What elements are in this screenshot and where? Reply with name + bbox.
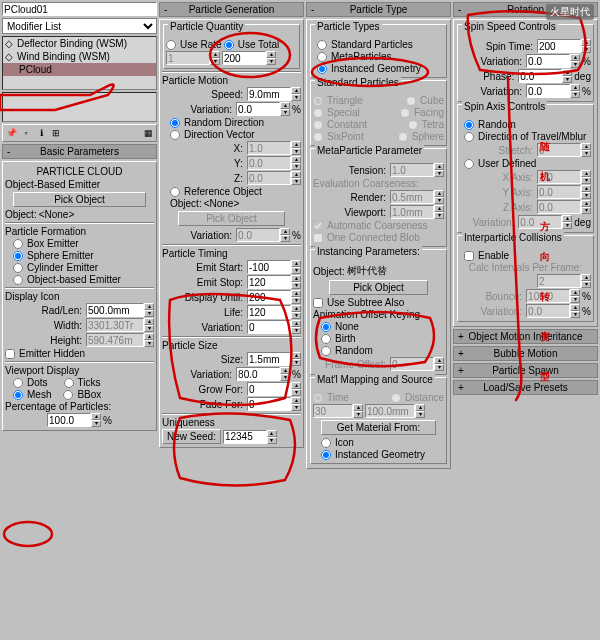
calc-spinner: ▴▾ — [537, 274, 591, 288]
pct-spinner[interactable]: ▴▾ — [47, 413, 101, 427]
types-title: Particle Types — [315, 21, 382, 32]
const-radio — [313, 120, 323, 130]
ref-obj-radio[interactable] — [170, 187, 180, 197]
emitter-hidden-check[interactable] — [5, 349, 15, 359]
std-particles-radio[interactable] — [317, 40, 327, 50]
x-spinner: ▴▾ — [247, 141, 301, 155]
sphere-emitter-radio[interactable] — [13, 251, 23, 261]
bbox-radio[interactable] — [63, 390, 73, 400]
grow-spinner[interactable]: ▴▾ — [247, 382, 301, 396]
stack-item[interactable]: ◇Wind Binding (WSM) — [3, 50, 156, 63]
face-radio — [400, 108, 410, 118]
load-header[interactable]: Load/Save Presets — [453, 380, 598, 395]
size-spinner[interactable]: ▴▾ — [247, 352, 301, 366]
dot-radio[interactable] — [464, 132, 474, 142]
random-axis-radio[interactable] — [464, 120, 474, 130]
i-icon[interactable]: ℹ — [34, 126, 48, 140]
bubble-header[interactable]: Bubble Motion — [453, 346, 598, 361]
use-total-radio[interactable] — [224, 40, 234, 50]
user-def-radio[interactable] — [464, 159, 474, 169]
timing-var-spinner[interactable]: ▴▾ — [247, 320, 301, 334]
viewport-spinner: ▴▾ — [390, 205, 444, 219]
new-seed-button[interactable]: New Seed: — [162, 429, 221, 444]
coll-var-spinner: ▴▾ — [526, 304, 580, 318]
birth-radio[interactable] — [321, 334, 331, 344]
omi-header[interactable]: Object Motion Inheritance — [453, 329, 598, 344]
random-key-radio[interactable] — [321, 346, 331, 356]
ticks-radio[interactable] — [64, 378, 74, 388]
viewport-title: Viewport Display — [5, 365, 154, 376]
config-icon[interactable]: ▦ — [141, 126, 155, 140]
seed-spinner[interactable]: ▴▾ — [223, 430, 277, 444]
frame-spinner: ▴▾ — [390, 357, 444, 371]
cylinder-emitter-radio[interactable] — [13, 263, 23, 273]
coarse-label: Evaluation Coarseness: — [313, 178, 444, 189]
show-icon[interactable]: ▫ — [19, 126, 33, 140]
dist-spinner: ▴▾ — [365, 404, 425, 418]
tri-radio — [313, 96, 323, 106]
size-title: Particle Size — [162, 340, 301, 351]
spin-var-spinner[interactable]: ▴▾ — [526, 54, 580, 68]
emit-start-spinner[interactable]: ▴▾ — [247, 260, 301, 274]
stack-item-selected[interactable]: PCloud — [3, 63, 156, 76]
enable-coll-check[interactable] — [464, 251, 474, 261]
random-dir-radio[interactable] — [170, 118, 180, 128]
subtree-check[interactable] — [313, 298, 323, 308]
spin-time-spinner[interactable]: ▴▾ — [537, 39, 591, 53]
time-radio — [313, 393, 323, 403]
modifier-stack[interactable]: ◇Deflector Binding (WSM) ◇Wind Binding (… — [2, 36, 157, 90]
timing-title: Particle Timing — [162, 248, 301, 259]
particle-type-header[interactable]: Particle Type — [306, 2, 451, 17]
meta-title: MetaParticle Parameter — [315, 145, 424, 156]
sphere-radio — [398, 132, 408, 142]
emit-stop-spinner[interactable]: ▴▾ — [247, 275, 301, 289]
none-radio[interactable] — [321, 322, 331, 332]
std-title: Standard Particles — [315, 77, 401, 88]
width-spinner: ▴▾ — [86, 318, 154, 332]
mat-title: Mat'l Mapping and Source — [315, 374, 435, 385]
phase-var-spinner[interactable]: ▴▾ — [526, 84, 580, 98]
qty-title: Particle Quantity — [168, 21, 245, 32]
pin-icon[interactable]: 📌 — [4, 126, 18, 140]
uniq-title: Uniqueness — [162, 417, 301, 428]
fade-spinner[interactable]: ▴▾ — [247, 397, 301, 411]
radlen-spinner[interactable]: ▴▾ — [86, 303, 154, 317]
rate-spinner: ▴▾ — [166, 51, 220, 65]
mesh-radio[interactable] — [13, 390, 23, 400]
inst-geom-radio[interactable] — [317, 64, 327, 74]
basic-params-header[interactable]: Basic Parameters — [2, 144, 157, 159]
size-var-spinner[interactable]: ▴▾ — [236, 367, 290, 381]
motion-title: Particle Motion — [162, 75, 301, 86]
disp-until-spinner[interactable]: ▴▾ — [247, 290, 301, 304]
speed-spinner[interactable]: ▴▾ — [247, 87, 301, 101]
spin-title: Spin Speed Controls — [462, 21, 558, 32]
xaxis-spinner: ▴▾ — [537, 170, 591, 184]
object-name-field[interactable] — [2, 2, 157, 16]
spawn-header[interactable]: Particle Spawn — [453, 363, 598, 378]
coll-title: Interparticle Collisions — [462, 232, 564, 243]
total-spinner[interactable]: ▴▾ — [222, 51, 276, 65]
box-emitter-radio[interactable] — [13, 239, 23, 249]
pick-object-button[interactable]: Pick Object — [13, 192, 146, 207]
use-rate-radio[interactable] — [166, 40, 176, 50]
var-spinner[interactable]: ▴▾ — [236, 102, 290, 116]
instgeo-radio[interactable] — [321, 450, 331, 460]
fx-icon[interactable]: ⊞ — [49, 126, 63, 140]
axis-var-spinner: ▴▾ — [518, 215, 572, 229]
object-value: <None> — [39, 209, 75, 220]
modifier-list-dropdown[interactable]: Modifier List — [2, 18, 157, 34]
particle-gen-header[interactable]: Particle Generation — [159, 2, 304, 17]
phase-spinner[interactable]: ▴▾ — [518, 69, 572, 83]
meta-particles-radio[interactable] — [317, 52, 327, 62]
calc-label: Calc Intervals Per Frame: — [460, 262, 591, 273]
icon-radio[interactable] — [321, 438, 331, 448]
inst-pick-button[interactable]: Pick Object — [329, 280, 428, 295]
get-material-button[interactable]: Get Material From: — [321, 420, 436, 435]
life-spinner[interactable]: ▴▾ — [247, 305, 301, 319]
stack-item[interactable]: ◇Deflector Binding (WSM) — [3, 37, 156, 50]
dots-radio[interactable] — [13, 378, 23, 388]
object-emitter-radio[interactable] — [13, 275, 23, 285]
dir-vector-radio[interactable] — [170, 130, 180, 140]
render-spinner: ▴▾ — [390, 190, 444, 204]
height-spinner: ▴▾ — [86, 333, 154, 347]
